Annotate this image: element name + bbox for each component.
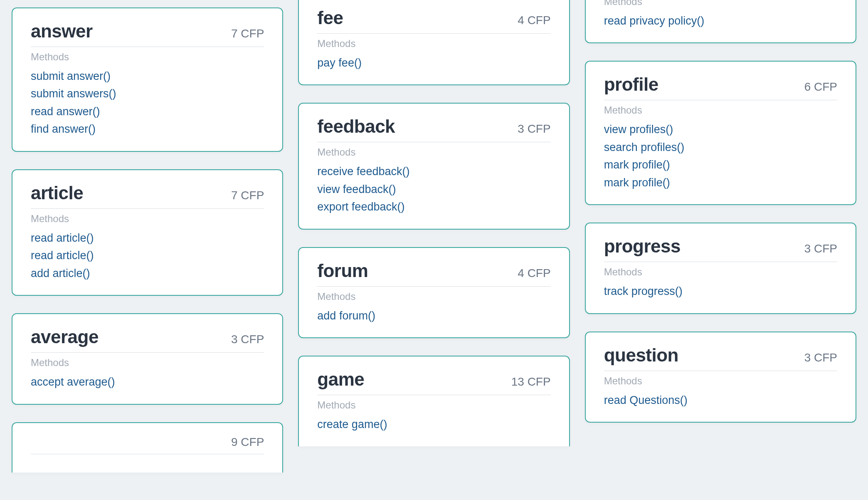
method-link[interactable]: search profiles() — [604, 140, 837, 155]
method-link[interactable]: track progress() — [604, 284, 837, 299]
entity-card: Methodsread privacy policy() — [585, 0, 856, 43]
cfp-badge: 3 CFP — [804, 242, 837, 255]
methods-label: Methods — [31, 51, 264, 63]
column-1: fee4 CFPMethodspay fee()feedback3 CFPMet… — [298, 0, 570, 473]
card-title: progress — [604, 236, 681, 257]
card-title: game — [317, 369, 364, 390]
method-link[interactable]: export feedback() — [317, 199, 550, 214]
method-link[interactable]: read answer() — [31, 104, 264, 119]
method-link[interactable]: view feedback() — [317, 182, 550, 197]
method-list: receive feedback()view feedback()export … — [317, 164, 550, 214]
card-header: question3 CFP — [604, 345, 837, 371]
method-link[interactable]: read article() — [31, 248, 264, 263]
methods-label: Methods — [317, 38, 550, 50]
card-title: answer — [31, 21, 93, 42]
column-0: answer7 CFPMethodssubmit answer()submit … — [12, 7, 283, 473]
entity-card: article7 CFPMethodsread article()read ar… — [12, 169, 283, 296]
cfp-badge: 4 CFP — [518, 14, 550, 27]
card-title: feedback — [317, 116, 395, 137]
method-list: pay fee() — [317, 55, 550, 70]
entity-card: answer7 CFPMethodssubmit answer()submit … — [12, 7, 283, 152]
method-link[interactable]: submit answers() — [31, 86, 264, 101]
method-link[interactable]: receive feedback() — [317, 164, 550, 179]
entity-card: 9 CFP — [12, 422, 283, 473]
card-title: average — [31, 327, 99, 347]
entity-card: question3 CFPMethodsread Questions() — [585, 332, 856, 423]
method-link[interactable]: add forum() — [317, 308, 550, 323]
card-header: forum4 CFP — [317, 260, 550, 287]
methods-label: Methods — [604, 0, 837, 7]
cfp-badge: 9 CFP — [231, 436, 264, 449]
methods-label: Methods — [317, 146, 550, 158]
method-list: add forum() — [317, 308, 550, 323]
card-title: fee — [317, 7, 343, 28]
cfp-badge: 4 CFP — [518, 267, 550, 280]
methods-label: Methods — [604, 266, 837, 278]
cfp-badge: 3 CFP — [231, 333, 264, 346]
methods-label: Methods — [317, 399, 550, 411]
method-link[interactable]: read article() — [31, 230, 264, 245]
cfp-badge: 3 CFP — [804, 351, 837, 364]
card-title: article — [31, 183, 83, 203]
card-header: fee4 CFP — [317, 7, 550, 34]
entity-card: progress3 CFPMethodstrack progress() — [585, 223, 856, 314]
cfp-badge: 6 CFP — [804, 80, 837, 94]
method-link[interactable]: read privacy policy() — [604, 13, 837, 28]
methods-label: Methods — [31, 213, 264, 225]
method-list: read Questions() — [604, 393, 837, 408]
method-link[interactable]: view profiles() — [604, 122, 837, 137]
card-title: profile — [604, 74, 658, 95]
method-list: track progress() — [604, 284, 837, 299]
methods-label: Methods — [317, 291, 550, 302]
method-link[interactable]: submit answer() — [31, 69, 264, 84]
method-link[interactable]: pay fee() — [317, 55, 550, 70]
card-header: article7 CFP — [31, 183, 264, 209]
method-link[interactable]: mark profile() — [604, 157, 837, 172]
card-header: progress3 CFP — [604, 236, 837, 262]
cfp-badge: 13 CFP — [511, 375, 551, 389]
entity-card: fee4 CFPMethodspay fee() — [298, 0, 570, 85]
method-link[interactable]: accept average() — [31, 374, 264, 389]
card-header: answer7 CFP — [31, 21, 264, 47]
cfp-badge: 3 CFP — [518, 122, 550, 136]
cfp-badge: 7 CFP — [231, 189, 264, 202]
methods-label: Methods — [31, 357, 264, 369]
entity-card: profile6 CFPMethodsview profiles()search… — [585, 61, 856, 205]
card-header: game13 CFP — [317, 369, 550, 395]
method-link[interactable]: mark profile() — [604, 175, 837, 190]
methods-label: Methods — [604, 375, 837, 387]
card-title: question — [604, 345, 678, 366]
entity-card: game13 CFPMethodscreate game() — [298, 356, 570, 446]
cfp-badge: 7 CFP — [231, 27, 264, 40]
method-list: view profiles()search profiles()mark pro… — [604, 122, 837, 190]
method-list: create game() — [317, 417, 550, 432]
card-title: forum — [317, 260, 368, 281]
method-list: submit answer()submit answers()read answ… — [31, 69, 264, 137]
method-list: accept average() — [31, 374, 264, 389]
method-link[interactable]: add article() — [31, 266, 264, 281]
entity-card: forum4 CFPMethodsadd forum() — [298, 247, 570, 338]
column-2: Methodsread privacy policy()profile6 CFP… — [585, 0, 856, 473]
method-link[interactable]: read Questions() — [604, 393, 837, 408]
methods-label: Methods — [604, 104, 837, 116]
entity-card: feedback3 CFPMethodsreceive feedback()vi… — [298, 103, 570, 229]
method-link[interactable]: find answer() — [31, 121, 264, 136]
card-header: average3 CFP — [31, 327, 264, 353]
card-header: 9 CFP — [31, 436, 264, 454]
method-list: read privacy policy() — [604, 13, 837, 28]
entity-card: average3 CFPMethodsaccept average() — [12, 313, 283, 404]
card-header: feedback3 CFP — [317, 116, 550, 142]
method-link[interactable]: create game() — [317, 417, 550, 432]
card-header: profile6 CFP — [604, 74, 837, 100]
method-list: read article()read article()add article(… — [31, 230, 264, 281]
